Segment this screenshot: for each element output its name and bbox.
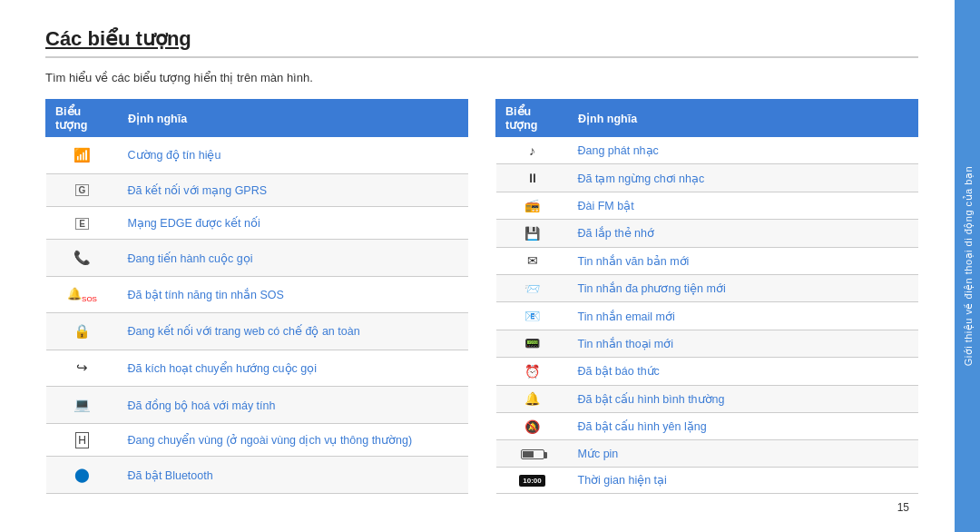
icon-cell: E [46,207,119,240]
definition-cell: Đã tạm ngừng chơi nhạc [569,164,918,192]
left-col2-header: Định nghĩa [119,100,468,137]
definition-cell: Tin nhắn văn bản mới [569,247,918,274]
page-title: Các biểu tượng [45,27,918,58]
definition-cell: Tin nhắn thoại mới [569,330,918,357]
table-row: G Đã kết nối với mạng GPRS [46,173,468,206]
icon-cell: 🔔SOS [46,277,119,313]
left-symbol-table: Biểu tượng Định nghĩa 📶 Cường độ tín hiệ… [45,99,468,494]
definition-cell: Đã đồng bộ hoá với máy tính [119,387,468,424]
table-row: 💾 Đã lắp thẻ nhớ [496,220,918,247]
table-row: 📧 Tin nhắn email mới [496,302,918,330]
definition-cell: Đang phát nhạc [569,137,918,164]
definition-cell: Đã kích hoạt chuyển hướng cuộc gọi [119,350,468,387]
table-row: 📞 Đang tiến hành cuộc gọi [46,240,468,277]
icon-cell: 📟 [496,330,569,357]
icon-cell: ♪ [496,137,569,164]
table-row: 10:00 Thời gian hiện tại [496,467,918,493]
definition-cell: Đã bật cấu hình yên lặng [569,412,918,439]
intro-text: Tìm hiểu về các biểu tượng hiển thị trên… [45,71,918,84]
definition-cell: Tin nhắn email mới [569,302,918,330]
definition-cell: Thời gian hiện tại [569,467,918,493]
definition-cell: Đã bật Bluetooth [119,457,468,494]
definition-cell: Đã bật báo thức [569,358,918,385]
table-row: ⬤ Đã bật Bluetooth [46,457,468,494]
table-row: ✉ Tin nhắn văn bản mới [496,247,918,274]
icon-cell: 📧 [496,302,569,330]
icon-cell: 10:00 [496,467,569,493]
table-row: ⏸ Đã tạm ngừng chơi nhạc [496,164,918,192]
icon-cell: ⬤ [46,457,119,494]
table-row: 🔒 Đang kết nối với trang web có chế độ a… [46,313,468,350]
definition-cell: Tin nhắn đa phương tiện mới [569,274,918,301]
definition-cell: Cường độ tín hiệu [119,137,468,174]
definition-cell: Đã kết nối với mạng GPRS [119,173,468,206]
icon-cell [496,440,569,467]
right-col2-header: Định nghĩa [569,100,918,137]
table-row: 💻 Đã đồng bộ hoá với máy tính [46,387,468,424]
table-row: ♪ Đang phát nhạc [496,137,918,164]
table-row: 📻 Đài FM bật [496,192,918,219]
left-col1-header: Biểu tượng [46,100,119,137]
page-number: 15 [45,494,918,514]
table-row: 📟 Tin nhắn thoại mới [496,330,918,357]
icon-cell: 📻 [496,192,569,219]
table-row: 📨 Tin nhắn đa phương tiện mới [496,274,918,301]
right-col1-header: Biểu tượng [496,100,569,137]
definition-cell: Đã lắp thẻ nhớ [569,220,918,247]
definition-cell: Đang kết nối với trang web có chế độ an … [119,313,468,350]
table-row: 🔔SOS Đã bật tính năng tin nhắn SOS [46,277,468,313]
sidebar-label: Giới thiệu về điện thoại di động của bạn [962,166,974,366]
table-row: ↪ Đã kích hoạt chuyển hướng cuộc gọi [46,350,468,387]
table-row: H Đang chuyển vùng (ở ngoài vùng dịch vụ… [46,423,468,456]
icon-cell: ⏸ [496,164,569,192]
table-row: Mức pin [496,440,918,467]
definition-cell: Mức pin [569,440,918,467]
definition-cell: Đã bật tính năng tin nhắn SOS [119,277,468,313]
definition-cell: Đã bật cấu hình bình thường [569,385,918,412]
icon-cell: ✉ [496,247,569,274]
icon-cell: 🔕 [496,412,569,439]
definition-cell: Đang tiến hành cuộc gọi [119,240,468,277]
right-symbol-table: Biểu tượng Định nghĩa ♪ Đang phát nhạc ⏸… [495,99,918,494]
table-row: 🔔 Đã bật cấu hình bình thường [496,385,918,412]
table-row: 🔕 Đã bật cấu hình yên lặng [496,412,918,439]
table-row: 📶 Cường độ tín hiệu [46,137,468,174]
icon-cell: ↪ [46,350,119,387]
icon-cell: 💾 [496,220,569,247]
table-row: ⏰ Đã bật báo thức [496,358,918,385]
definition-cell: Đang chuyển vùng (ở ngoài vùng dịch vụ t… [119,423,468,456]
icon-cell: ⏰ [496,358,569,385]
table-row: E Mạng EDGE được kết nối [46,207,468,240]
definition-cell: Mạng EDGE được kết nối [119,207,468,240]
icon-cell: 🔔 [496,385,569,412]
icon-cell: 🔒 [46,313,119,350]
icon-cell: 📨 [496,274,569,301]
icon-cell: G [46,173,119,206]
icon-cell: 📶 [46,137,119,174]
sidebar: Giới thiệu về điện thoại di động của bạn [955,0,980,532]
icon-cell: H [46,423,119,456]
definition-cell: Đài FM bật [569,192,918,219]
icon-cell: 💻 [46,387,119,424]
icon-cell: 📞 [46,240,119,277]
